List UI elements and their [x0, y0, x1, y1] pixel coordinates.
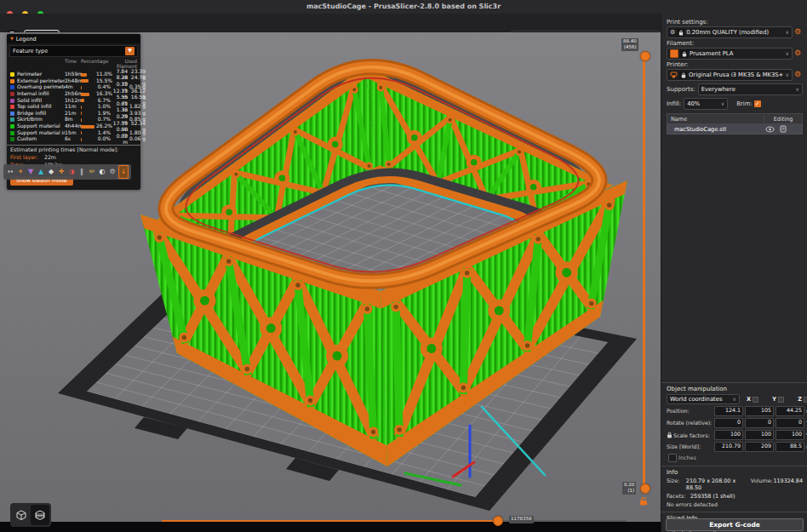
infill-combo[interactable]: 40% ∨: [684, 98, 728, 110]
wipe-icon[interactable]: ✦: [16, 166, 25, 178]
lock-icon: [677, 29, 684, 37]
scale-x-field[interactable]: 100: [714, 430, 743, 440]
filament-combo[interactable]: Prusament PLA ∨: [667, 48, 793, 60]
feature-color-swatch: [10, 137, 14, 141]
legend-toggle-icon[interactable]: ↓: [118, 165, 129, 179]
custom-gcodes-icon[interactable]: ✏: [88, 166, 96, 178]
print-settings-combo[interactable]: ⚙ 0.20mm QUALITY (modified) ∨: [667, 26, 793, 38]
color-changes-icon[interactable]: ◑: [67, 166, 76, 178]
axis-z-header: Z: [791, 396, 807, 403]
axis-z-chip: [804, 397, 807, 403]
scale-label: Scale factors:: [673, 433, 710, 439]
uniform-scale-lock-icon[interactable]: [667, 432, 672, 438]
info-volume-value: 119324.84: [773, 478, 803, 491]
col-name: Name: [667, 116, 764, 123]
rotate-z-field[interactable]: 0: [776, 418, 804, 428]
filter-funnel-icon[interactable]: ▼: [125, 47, 134, 55]
info-facets-label: Facets:: [667, 493, 690, 500]
deretractions-icon[interactable]: ▲: [37, 166, 45, 178]
position-label: Position:: [667, 409, 714, 415]
pause-prints-icon[interactable]: ‖: [77, 166, 86, 178]
shells-icon[interactable]: ⚙: [108, 166, 117, 178]
scale-y-field[interactable]: 100: [745, 430, 774, 440]
position-y-field[interactable]: 105: [745, 406, 774, 416]
export-gcode-button[interactable]: Export G-code: [666, 518, 804, 531]
printer-combo[interactable]: Original Prusa i3 MK3S & MK3S+ ∨: [667, 69, 793, 81]
percentage-bar: [81, 125, 96, 129]
percentage-bar: [81, 73, 96, 77]
position-x-field[interactable]: 124.1: [714, 406, 743, 416]
legend-view-type-combo[interactable]: Feature type ▼: [9, 45, 138, 57]
chevron-down-icon: ∨: [796, 87, 799, 93]
legend-rows: Perimeter1h59m11.0%7.84 m23.39 gExternal…: [7, 72, 140, 143]
editor-view-button[interactable]: [12, 505, 31, 525]
chevron-down-icon: ∨: [786, 51, 789, 57]
object-manipulation-title: Object manipulation: [667, 386, 803, 392]
preview-view-button[interactable]: [31, 505, 49, 525]
section-divider: [661, 382, 807, 383]
size-row: Size [World]: 210.79 209 88.5 mm: [667, 442, 803, 452]
infill-brim-row: Infill: 40% ∨ Brim: ✓: [667, 98, 803, 110]
eye-visibility-icon[interactable]: [765, 126, 775, 133]
layer-slider-track[interactable]: [643, 54, 645, 488]
feature-color-swatch: [10, 131, 14, 135]
col-percentage: Percentage: [81, 60, 111, 70]
axis-x-header: X: [740, 396, 765, 403]
infill-label: Infill:: [667, 100, 681, 107]
legend-header[interactable]: ▼ Legend: [7, 34, 140, 43]
view-mode-switcher: [10, 503, 51, 527]
estimated-times-header: Estimated printing times [Normal mode]:: [7, 145, 140, 154]
scale-z-field[interactable]: 100: [776, 430, 804, 440]
cube-3d-icon: [14, 508, 28, 522]
filament-label: Filament:: [667, 40, 803, 47]
info-size-row: Size: 210.79 x 208.00 x 88.50 Volume: 11…: [667, 478, 803, 491]
info-title: Info: [667, 469, 803, 476]
rotate-x-field[interactable]: 0: [714, 418, 743, 428]
chevron-down-icon: ∨: [786, 30, 789, 36]
size-y-field[interactable]: 209: [745, 442, 774, 452]
object-list-row[interactable]: macStudioCage.stl: [667, 124, 803, 134]
object-name: macStudioCage.stl: [667, 126, 765, 133]
seams-icon[interactable]: ◆: [47, 166, 55, 178]
position-z-field[interactable]: 44.25: [776, 406, 804, 416]
top-layer-height: 88.40: [623, 39, 637, 45]
size-x-field[interactable]: 210.79: [714, 442, 743, 452]
axis-x-chip: [753, 397, 758, 403]
edit-filament-icon[interactable]: ⚙: [793, 49, 803, 58]
info-facets-value: 259358 (1 shell): [690, 493, 735, 500]
percentage-bar: [81, 118, 96, 122]
axis-y-chip: [778, 397, 784, 403]
inches-checkbox[interactable]: [668, 454, 677, 462]
position-row: Position: 124.1 105 44.25 mm: [667, 406, 803, 416]
percentage-bar: [81, 79, 96, 83]
lock-icon: [679, 72, 687, 79]
travel-moves-icon[interactable]: ↔: [6, 166, 14, 178]
rotate-y-field[interactable]: 0: [745, 418, 774, 428]
collapse-arrow-icon[interactable]: ▼: [10, 37, 14, 42]
center-of-gravity-icon[interactable]: ◐: [98, 166, 106, 178]
top-layer-number: (456): [623, 45, 637, 51]
layer-slider-top-handle[interactable]: [640, 51, 650, 61]
brim-checkbox[interactable]: ✓: [754, 100, 761, 107]
percentage-bar: [81, 86, 96, 89]
first-layer-row: First layer: 22m: [7, 154, 140, 162]
feature-color-swatch: [10, 72, 14, 77]
layer-slider-bottom-handle[interactable]: [640, 483, 650, 494]
size-label: Size [World]:: [667, 444, 714, 450]
edit-object-icon[interactable]: [780, 125, 787, 133]
retractions-icon[interactable]: ▼: [26, 166, 35, 178]
legend-row: Custom6s0.0%0.02 m0.06 g: [7, 136, 140, 143]
section-divider: [661, 466, 807, 466]
percentage-bar: [81, 106, 96, 109]
supports-combo[interactable]: Everywhere ∨: [698, 83, 803, 95]
layer-range-lock-icon[interactable]: [639, 496, 648, 506]
coordinates-value: World coordinates: [670, 396, 730, 403]
coordinates-combo[interactable]: World coordinates ∨: [667, 394, 740, 404]
axis-y-header: Y: [765, 396, 791, 403]
tool-changes-icon[interactable]: ✚: [57, 166, 66, 178]
edit-printer-icon[interactable]: ⚙: [793, 71, 803, 79]
edit-print-settings-icon[interactable]: ⚙: [793, 28, 803, 37]
size-z-field[interactable]: 88.5: [776, 442, 804, 452]
info-volume-label: Volume:: [751, 478, 774, 491]
moves-slider-handle[interactable]: [493, 516, 503, 526]
